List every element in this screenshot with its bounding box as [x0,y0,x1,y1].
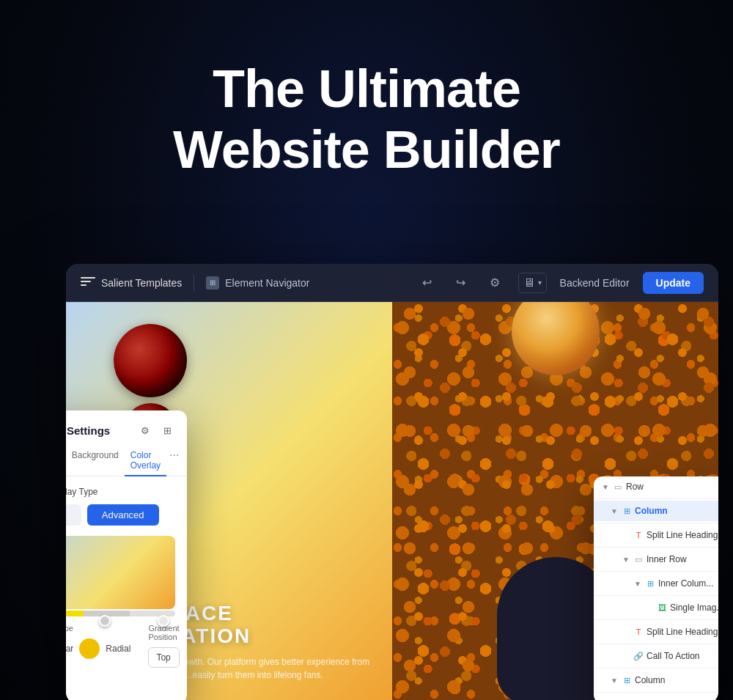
tree-divider [594,668,718,668]
tree-item[interactable]: ▼⊞Inner Colum... [594,573,718,594]
tree-item-label: Call To Action [647,651,718,661]
gradient-position-control: Gradient Position Top Right Top Left Cen… [148,624,179,668]
tree-item-label: Split Line Heading [647,627,718,637]
tree-item-label: Inner Row [647,554,718,564]
tree-item[interactable]: ▼▭Inner Row [594,549,718,570]
radial-label: Radial [106,644,130,654]
panel-body: Color Overlay Type Simple Advanced [66,476,187,678]
undo-button[interactable]: ↩ [417,273,438,293]
tree-caret-icon: ▼ [601,483,610,491]
gradient-type-label: Gradient Type [66,624,130,633]
tree-col-icon: ⊞ [645,578,655,589]
tree-divider [594,498,718,499]
tree-divider [594,619,718,620]
swatch-row: Linear Radial [66,638,130,659]
linear-label: Linear [66,644,73,654]
panel-title: Column Settings [66,424,110,437]
gradient-preview [66,536,175,609]
tree-row-icon: ▭ [633,554,644,564]
tree-link-icon: 🔗 [633,651,644,661]
settings-button[interactable]: ⚙ [485,273,505,293]
tree-item[interactable]: ▼⊞Column [594,501,718,521]
tree-divider [594,692,718,693]
panel-header-icons: ⚙ ⊞ [137,422,175,438]
tree-col-icon: ⊞ [622,506,632,516]
gradient-type-control: Gradient Type Linear Radial [66,624,130,668]
tree-caret-icon: ▼ [633,580,642,588]
tree-item[interactable]: 🖼Single Image [594,694,718,700]
brand-button[interactable]: Salient Templates [81,277,182,289]
toolbar-actions: ↩ ↪ ⚙ 🖥 ▾ Backend Editor Update [417,272,704,294]
simple-button[interactable]: Simple [66,504,81,526]
tab-background[interactable]: Background [66,446,125,476]
panel-settings-icon[interactable]: ⚙ [137,422,153,438]
chevron-down-icon: ▾ [538,279,542,287]
crown-icon [81,277,95,289]
tree-item-label: Split Line Heading [647,530,718,540]
gradient-stop-gray[interactable] [99,615,111,627]
update-button[interactable]: Update [643,272,704,294]
tree-container: ▼▭Row▼⊞ColumnTSplit Line Heading▼▭Inner … [594,476,718,700]
tree-caret-icon: ▼ [610,677,619,685]
panel-expand-icon[interactable]: ⊞ [159,422,175,438]
tree-item[interactable]: ▼⊞Column [594,670,718,690]
tree-t-icon: T [633,627,644,637]
browser-mockup: Salient Templates ⊞ Element Navigator ↩ … [66,264,718,700]
moon-large [114,324,187,397]
element-navigator-button[interactable]: ⊞ Element Navigator [206,276,309,290]
layers-icon: ⊞ [206,276,219,290]
tree-t-icon: T [633,530,644,540]
panel-tabs: General Background Color Overlay ··· [66,438,187,476]
overlay-type-buttons: Simple Advanced [66,504,175,526]
monitor-icon: 🖥 [523,276,535,290]
tree-item-label: Column [635,675,718,685]
tab-more-button[interactable]: ··· [166,446,182,476]
view-mode-button[interactable]: 🖥 ▾ [518,273,547,293]
gradient-stop-light[interactable] [158,615,169,627]
tree-item-label: Row [626,482,718,492]
hero-title: The Ultimate Website Builder [0,59,733,180]
tree-divider [594,571,718,572]
radial-swatch[interactable] [79,638,100,659]
tree-item[interactable]: 🖼Single Imag... [594,597,718,618]
tree-item-label: Column [635,506,718,516]
tree-item[interactable]: ▼▭Row [594,476,718,497]
astronaut-helmet [512,302,600,375]
gradient-bar [66,611,175,616]
tree-item[interactable]: TSplit Line Heading [594,622,718,642]
hero-section: The Ultimate Website Builder [0,59,733,180]
browser-toolbar: Salient Templates ⊞ Element Navigator ↩ … [66,264,718,302]
tree-divider [594,547,718,548]
tree-item[interactable]: TSplit Line Heading [594,525,718,545]
tree-caret-icon: ▼ [610,507,619,515]
tree-item[interactable]: 🔗Call To Action [594,646,718,666]
gradient-controls: Gradient Type Linear Radial Gradient Pos… [66,624,175,668]
advanced-button[interactable]: Advanced [87,504,159,526]
column-settings-panel: Column Settings ⚙ ⊞ General Background C… [66,410,187,700]
element-tree-panel: ▼▭Row▼⊞ColumnTSplit Line Heading▼▭Inner … [594,476,718,700]
overlay-type-label: Color Overlay Type [66,487,175,497]
redo-button[interactable]: ↪ [451,273,471,293]
toolbar-separator-1 [194,274,194,292]
tree-row-icon: ▭ [613,482,623,492]
position-select-wrap: Top Right Top Left Center Bottom Right [148,647,179,668]
position-select[interactable]: Top Right Top Left Center Bottom Right [148,647,179,668]
tab-color-overlay[interactable]: Color Overlay [125,446,166,476]
tree-col-icon: ⊞ [622,675,632,685]
backend-editor-button[interactable]: Backend Editor [560,277,630,289]
tree-img-icon: 🖼 [657,603,667,613]
panel-header: Column Settings ⚙ ⊞ [66,410,187,438]
tree-divider [594,644,718,644]
tree-item-label: Inner Colum... [658,578,718,589]
browser-content: DEEP SPACEEXPLORATION ...successful busi… [66,302,718,700]
tree-item-label: Single Imag... [670,603,718,613]
tree-divider [594,523,718,523]
tree-caret-icon: ▼ [622,556,630,564]
tree-divider [594,595,718,596]
